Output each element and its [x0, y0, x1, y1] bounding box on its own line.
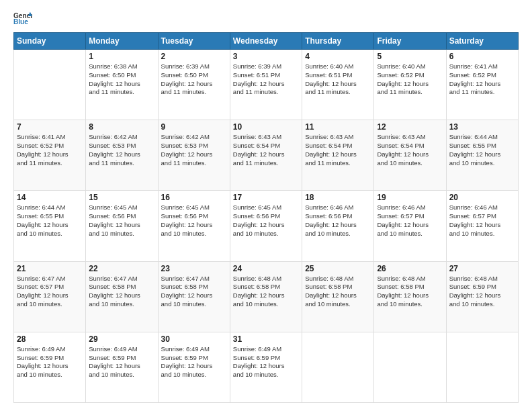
calendar-cell: 7Sunrise: 6:41 AMSunset: 6:52 PMDaylight…: [14, 120, 86, 191]
col-header-thursday: Thursday: [302, 33, 374, 50]
day-number: 11: [305, 122, 371, 132]
calendar-cell: [302, 332, 374, 402]
day-number: 8: [89, 122, 154, 132]
calendar-cell: 15Sunrise: 6:45 AMSunset: 6:56 PMDayligh…: [86, 191, 158, 261]
day-number: 29: [89, 334, 154, 344]
calendar-cell: 4Sunrise: 6:40 AMSunset: 6:51 PMDaylight…: [302, 50, 374, 120]
day-number: 19: [377, 193, 443, 202]
calendar-cell: 28Sunrise: 6:49 AMSunset: 6:59 PMDayligh…: [14, 332, 86, 402]
day-info: Sunrise: 6:46 AMSunset: 6:57 PMDaylight:…: [377, 203, 443, 238]
day-number: 6: [449, 52, 515, 61]
calendar-cell: [446, 332, 518, 402]
day-info: Sunrise: 6:39 AMSunset: 6:51 PMDaylight:…: [233, 62, 299, 97]
day-number: 25: [305, 264, 371, 273]
day-number: 5: [377, 52, 443, 61]
col-header-tuesday: Tuesday: [158, 33, 230, 50]
day-number: 23: [161, 264, 227, 273]
svg-text:Blue: Blue: [13, 18, 28, 26]
day-info: Sunrise: 6:45 AMSunset: 6:56 PMDaylight:…: [233, 203, 299, 238]
header: General Blue: [13, 11, 519, 26]
day-number: 17: [233, 193, 299, 202]
calendar-cell: 19Sunrise: 6:46 AMSunset: 6:57 PMDayligh…: [374, 191, 446, 261]
calendar-week-row: 1Sunrise: 6:38 AMSunset: 6:50 PMDaylight…: [14, 50, 519, 120]
day-info: Sunrise: 6:41 AMSunset: 6:52 PMDaylight:…: [449, 62, 515, 97]
day-number: 1: [89, 52, 154, 61]
calendar-cell: 22Sunrise: 6:47 AMSunset: 6:58 PMDayligh…: [86, 261, 158, 332]
day-info: Sunrise: 6:47 AMSunset: 6:58 PMDaylight:…: [89, 275, 154, 309]
day-info: Sunrise: 6:48 AMSunset: 6:58 PMDaylight:…: [305, 275, 371, 309]
day-info: Sunrise: 6:46 AMSunset: 6:57 PMDaylight:…: [449, 203, 515, 238]
day-number: 9: [161, 122, 227, 132]
calendar-cell: 29Sunrise: 6:49 AMSunset: 6:59 PMDayligh…: [86, 332, 158, 402]
calendar-week-row: 14Sunrise: 6:44 AMSunset: 6:55 PMDayligh…: [14, 191, 519, 261]
day-info: Sunrise: 6:47 AMSunset: 6:58 PMDaylight:…: [161, 275, 227, 309]
calendar-cell: [14, 50, 86, 120]
calendar-table: SundayMondayTuesdayWednesdayThursdayFrid…: [13, 32, 519, 403]
calendar-cell: 11Sunrise: 6:43 AMSunset: 6:54 PMDayligh…: [302, 120, 374, 191]
day-info: Sunrise: 6:43 AMSunset: 6:54 PMDaylight:…: [305, 133, 371, 167]
calendar-cell: 2Sunrise: 6:39 AMSunset: 6:50 PMDaylight…: [158, 50, 230, 120]
day-number: 15: [89, 193, 154, 202]
calendar-cell: 23Sunrise: 6:47 AMSunset: 6:58 PMDayligh…: [158, 261, 230, 332]
day-number: 16: [161, 193, 227, 202]
calendar-cell: 10Sunrise: 6:43 AMSunset: 6:54 PMDayligh…: [230, 120, 302, 191]
day-info: Sunrise: 6:49 AMSunset: 6:59 PMDaylight:…: [89, 345, 154, 379]
col-header-saturday: Saturday: [446, 33, 518, 50]
calendar-cell: 24Sunrise: 6:48 AMSunset: 6:58 PMDayligh…: [230, 261, 302, 332]
day-number: 24: [233, 264, 299, 273]
calendar-cell: 13Sunrise: 6:44 AMSunset: 6:55 PMDayligh…: [446, 120, 518, 191]
day-number: 7: [17, 122, 83, 132]
calendar-cell: 9Sunrise: 6:42 AMSunset: 6:53 PMDaylight…: [158, 120, 230, 191]
day-info: Sunrise: 6:48 AMSunset: 6:58 PMDaylight:…: [377, 275, 443, 309]
day-info: Sunrise: 6:41 AMSunset: 6:52 PMDaylight:…: [17, 133, 83, 167]
day-info: Sunrise: 6:47 AMSunset: 6:57 PMDaylight:…: [17, 275, 83, 309]
day-info: Sunrise: 6:45 AMSunset: 6:56 PMDaylight:…: [89, 203, 154, 238]
calendar-cell: 1Sunrise: 6:38 AMSunset: 6:50 PMDaylight…: [86, 50, 158, 120]
calendar-cell: [374, 332, 446, 402]
col-header-wednesday: Wednesday: [230, 33, 302, 50]
calendar-week-row: 7Sunrise: 6:41 AMSunset: 6:52 PMDaylight…: [14, 120, 519, 191]
day-info: Sunrise: 6:44 AMSunset: 6:55 PMDaylight:…: [449, 133, 515, 167]
page: General Blue SundayMondayTuesdayWednesda…: [0, 0, 532, 411]
day-info: Sunrise: 6:42 AMSunset: 6:53 PMDaylight:…: [89, 133, 154, 167]
day-info: Sunrise: 6:43 AMSunset: 6:54 PMDaylight:…: [233, 133, 299, 167]
logo: General Blue: [13, 11, 32, 26]
day-number: 3: [233, 52, 299, 61]
day-info: Sunrise: 6:49 AMSunset: 6:59 PMDaylight:…: [17, 345, 83, 379]
day-number: 13: [449, 122, 515, 132]
day-info: Sunrise: 6:39 AMSunset: 6:50 PMDaylight:…: [161, 62, 227, 97]
day-info: Sunrise: 6:40 AMSunset: 6:52 PMDaylight:…: [377, 62, 443, 97]
day-info: Sunrise: 6:42 AMSunset: 6:53 PMDaylight:…: [161, 133, 227, 167]
day-number: 12: [377, 122, 443, 132]
day-info: Sunrise: 6:48 AMSunset: 6:59 PMDaylight:…: [449, 275, 515, 309]
calendar-header-row: SundayMondayTuesdayWednesdayThursdayFrid…: [14, 33, 519, 50]
day-number: 28: [17, 334, 83, 344]
day-number: 21: [17, 264, 83, 273]
day-info: Sunrise: 6:44 AMSunset: 6:55 PMDaylight:…: [17, 203, 83, 238]
day-info: Sunrise: 6:45 AMSunset: 6:56 PMDaylight:…: [161, 203, 227, 238]
calendar-cell: 3Sunrise: 6:39 AMSunset: 6:51 PMDaylight…: [230, 50, 302, 120]
day-number: 14: [17, 193, 83, 202]
col-header-monday: Monday: [86, 33, 158, 50]
day-number: 18: [305, 193, 371, 202]
calendar-cell: 14Sunrise: 6:44 AMSunset: 6:55 PMDayligh…: [14, 191, 86, 261]
calendar-cell: 26Sunrise: 6:48 AMSunset: 6:58 PMDayligh…: [374, 261, 446, 332]
day-number: 31: [233, 334, 299, 344]
day-number: 26: [377, 264, 443, 273]
day-info: Sunrise: 6:43 AMSunset: 6:54 PMDaylight:…: [377, 133, 443, 167]
day-info: Sunrise: 6:49 AMSunset: 6:59 PMDaylight:…: [161, 345, 227, 379]
day-info: Sunrise: 6:40 AMSunset: 6:51 PMDaylight:…: [305, 62, 371, 97]
calendar-cell: 25Sunrise: 6:48 AMSunset: 6:58 PMDayligh…: [302, 261, 374, 332]
day-info: Sunrise: 6:38 AMSunset: 6:50 PMDaylight:…: [89, 62, 154, 97]
day-number: 22: [89, 264, 154, 273]
calendar-cell: 21Sunrise: 6:47 AMSunset: 6:57 PMDayligh…: [14, 261, 86, 332]
day-number: 20: [449, 193, 515, 202]
calendar-cell: 18Sunrise: 6:46 AMSunset: 6:56 PMDayligh…: [302, 191, 374, 261]
day-info: Sunrise: 6:48 AMSunset: 6:58 PMDaylight:…: [233, 275, 299, 309]
calendar-cell: 31Sunrise: 6:49 AMSunset: 6:59 PMDayligh…: [230, 332, 302, 402]
day-info: Sunrise: 6:49 AMSunset: 6:59 PMDaylight:…: [233, 345, 299, 379]
day-number: 10: [233, 122, 299, 132]
calendar-cell: 30Sunrise: 6:49 AMSunset: 6:59 PMDayligh…: [158, 332, 230, 402]
calendar-cell: 6Sunrise: 6:41 AMSunset: 6:52 PMDaylight…: [446, 50, 518, 120]
calendar-cell: 8Sunrise: 6:42 AMSunset: 6:53 PMDaylight…: [86, 120, 158, 191]
